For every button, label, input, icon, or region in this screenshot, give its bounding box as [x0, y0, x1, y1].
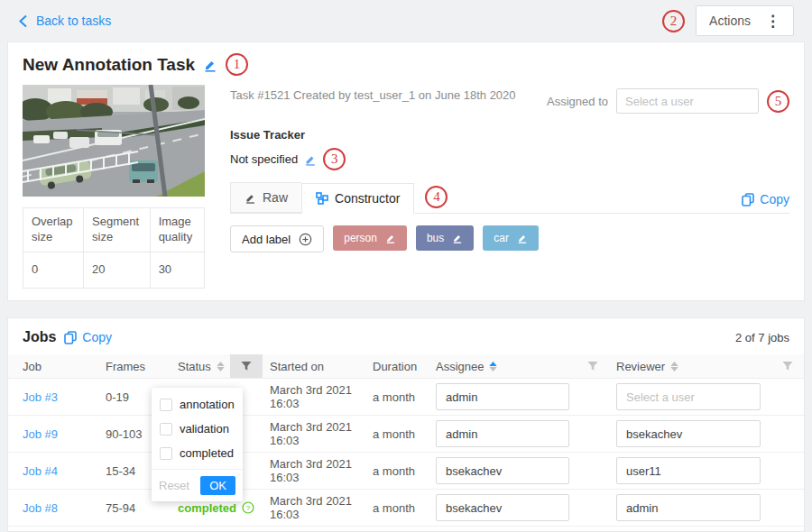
job-8-link[interactable]: Job #8	[23, 501, 58, 515]
col-reviewer[interactable]: Reviewer	[609, 360, 771, 373]
task-assignee-input[interactable]	[616, 88, 759, 114]
col-job[interactable]: Job	[8, 360, 98, 373]
filter-option-validation[interactable]: validation	[152, 417, 243, 441]
task-params-table: Overlap size Segment size Image quality …	[23, 207, 205, 289]
assigned-to-label: Assigned to	[547, 95, 608, 108]
edit-label-icon[interactable]	[385, 233, 396, 243]
copy-labels-label: Copy	[760, 192, 789, 206]
actions-button[interactable]: Actions ⋮	[696, 5, 794, 36]
job-8-status: completed	[178, 501, 236, 515]
assignee-sort-icon[interactable]	[489, 362, 497, 371]
col-frames[interactable]: Frames	[98, 360, 171, 373]
job-8-assignee-input[interactable]	[436, 494, 569, 521]
filter-ok-button[interactable]: OK	[200, 476, 235, 495]
label-chip-bus-text: bus	[427, 232, 444, 244]
blocks-icon	[316, 192, 328, 205]
filter-footer: Reset OK	[152, 469, 243, 501]
col-assignee[interactable]: Assignee	[429, 360, 577, 373]
assigned-to-group: Assigned to 5	[547, 88, 789, 114]
assignee-filter-button[interactable]	[577, 354, 609, 378]
topbar: Back to tasks 2 Actions ⋮	[0, 0, 812, 41]
job-4-reviewer-input[interactable]	[616, 457, 761, 484]
copy-labels-button[interactable]: Copy	[742, 192, 789, 206]
checkbox-validation[interactable]	[160, 423, 172, 436]
job-9-link[interactable]: Job #9	[23, 427, 58, 441]
job-4-assignee-input[interactable]	[436, 457, 569, 484]
param-header-segment: Segment size	[84, 208, 151, 252]
edit-label-icon[interactable]	[452, 233, 463, 243]
copy-icon	[742, 193, 754, 206]
edit-task-name-icon[interactable]	[203, 58, 217, 72]
tab-raw[interactable]: Raw	[230, 182, 301, 213]
job-3-started: March 3rd 2021 16:03	[263, 383, 365, 410]
job-row-3: Job #3 0-19 March 3rd 2021 16:03 a month	[8, 379, 804, 416]
back-to-tasks-link[interactable]: Back to tasks	[18, 14, 111, 28]
label-chip-person-text: person	[344, 232, 377, 244]
jobs-card: Jobs Copy 2 of 7 jobs Job Frames Status …	[7, 317, 805, 532]
filter-reset-button[interactable]: Reset	[159, 479, 189, 492]
col-started-on[interactable]: Started on	[263, 360, 365, 373]
col-duration[interactable]: Duration	[365, 360, 429, 373]
param-value-quality: 30	[150, 252, 204, 288]
status-filter-dropdown: annotation validation completed Reset OK	[152, 388, 243, 501]
job-4-link[interactable]: Job #4	[23, 464, 58, 478]
checkbox-annotation[interactable]	[160, 399, 172, 411]
chevron-left-icon	[18, 14, 28, 28]
tab-raw-label: Raw	[263, 190, 288, 205]
task-left-column: Overlap size Segment size Image quality …	[23, 85, 205, 304]
filter-option-completed[interactable]: completed	[152, 441, 243, 465]
job-8-reviewer-input[interactable]	[616, 494, 761, 521]
topbar-right: 2 Actions ⋮	[662, 5, 794, 36]
label-chip-bus[interactable]: bus	[416, 225, 474, 251]
add-label-button[interactable]: Add label	[230, 225, 324, 252]
annotation-marker-4: 4	[425, 186, 448, 208]
col-status[interactable]: Status	[171, 360, 230, 373]
task-title: New Annotation Task	[23, 55, 195, 75]
job-8-duration: a month	[365, 501, 429, 515]
funnel-icon	[782, 361, 793, 371]
job-9-reviewer-input[interactable]	[616, 420, 761, 447]
copy-icon	[64, 331, 77, 344]
job-3-reviewer-input[interactable]	[616, 383, 761, 410]
edit-issue-tracker-icon[interactable]	[304, 153, 317, 166]
label-chip-person[interactable]: person	[333, 225, 407, 251]
job-9-started: March 3rd 2021 16:03	[263, 420, 365, 447]
label-chip-car[interactable]: car	[483, 225, 539, 251]
status-sort-icon[interactable]	[217, 362, 225, 371]
param-value-segment: 20	[84, 252, 151, 288]
reviewer-filter-button[interactable]	[771, 354, 804, 378]
task-details-card: New Annotation Task 1	[7, 41, 805, 301]
job-9-assignee-input[interactable]	[436, 420, 569, 447]
pencil-icon	[245, 192, 256, 204]
actions-label: Actions	[709, 14, 751, 28]
question-circle-icon[interactable]: ?	[242, 501, 254, 514]
jobs-title: Jobs	[23, 329, 56, 345]
task-right-column: Task #1521 Created by test_user_1 on Jun…	[230, 85, 789, 304]
checkbox-completed[interactable]	[160, 447, 172, 460]
filter-option-annotation[interactable]: annotation	[152, 392, 243, 417]
issue-tracker-value: Not specified	[230, 152, 298, 166]
job-3-link[interactable]: Job #3	[23, 390, 58, 404]
funnel-icon	[241, 361, 252, 371]
param-header-overlap: Overlap size	[23, 208, 84, 252]
labels-tabbar: Raw Constructor 4 Copy	[230, 182, 789, 214]
tab-constructor-label: Constructor	[335, 191, 400, 206]
job-row-4: Job #4 15-34 March 3rd 2021 16:03 a mont…	[8, 453, 804, 490]
back-label: Back to tasks	[36, 14, 111, 28]
reviewer-sort-icon[interactable]	[670, 362, 678, 371]
label-chip-car-text: car	[494, 232, 509, 244]
tab-constructor[interactable]: Constructor	[301, 183, 414, 214]
jobs-count: 2 of 7 jobs	[735, 331, 789, 344]
param-header-quality: Image quality	[150, 208, 204, 252]
job-9-duration: a month	[365, 427, 429, 441]
copy-jobs-button[interactable]: Copy	[64, 330, 112, 344]
annotation-marker-5: 5	[767, 90, 789, 113]
status-filter-button[interactable]	[230, 354, 263, 378]
annotation-marker-2: 2	[662, 10, 685, 32]
job-row-8: Job #8 75-94 completed ? March 3rd 2021 …	[8, 490, 804, 527]
task-preview-image	[23, 85, 205, 197]
task-body: Overlap size Segment size Image quality …	[23, 85, 789, 304]
job-4-started: March 3rd 2021 16:03	[263, 457, 365, 484]
edit-label-icon[interactable]	[517, 233, 528, 243]
job-3-assignee-input[interactable]	[436, 383, 569, 410]
